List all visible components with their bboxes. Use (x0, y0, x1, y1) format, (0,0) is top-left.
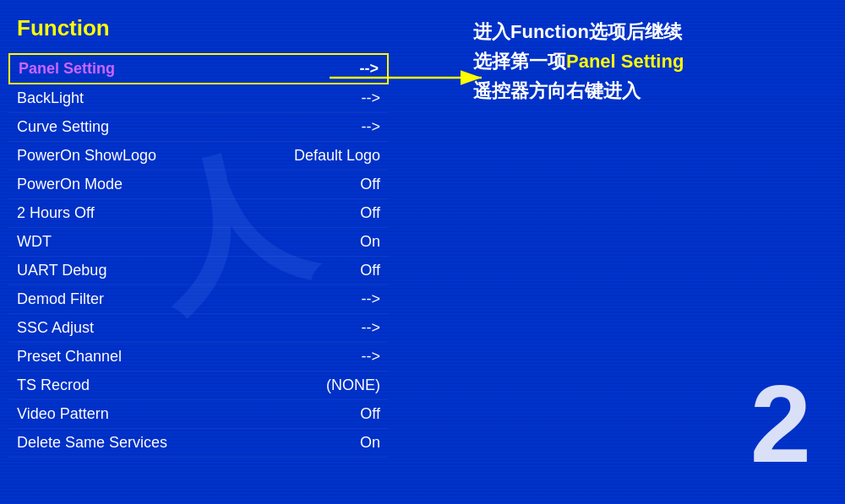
menu-item[interactable]: UART DebugOff (8, 257, 389, 285)
menu-item-value: --> (362, 118, 381, 136)
menu-item[interactable]: PowerOn ModeOff (8, 171, 389, 199)
menu-item[interactable]: Demod Filter--> (8, 285, 389, 314)
menu-item-label: Demod Filter (17, 290, 345, 308)
menu-item[interactable]: 2 Hours OffOff (8, 199, 389, 228)
menu-item[interactable]: TS Recrod(NONE) (8, 371, 389, 400)
annotation-line2-highlight: Panel Setting (566, 51, 684, 72)
menu-item[interactable]: PowerOn ShowLogoDefault Logo (8, 142, 389, 171)
menu-item-value: On (360, 434, 380, 452)
menu-item-value: Off (360, 262, 380, 279)
annotation-text: 进入Function选项后继续 选择第一项Panel Setting 遥控器方向… (473, 17, 828, 106)
menu-item[interactable]: WDTOn (8, 228, 389, 257)
selected-item-label: Panel Setting (19, 60, 343, 78)
menu-item-value: On (360, 233, 380, 251)
menu-item-label: TS Recrod (17, 377, 309, 394)
menu-item-label: 2 Hours Off (17, 204, 343, 222)
menu-title: Function (8, 8, 389, 48)
menu-item-label: BackLight (17, 89, 345, 107)
menu-item-value: --> (362, 319, 381, 337)
menu-item-label: PowerOn ShowLogo (17, 147, 277, 165)
menu-items-container: BackLight-->Curve Setting-->PowerOn Show… (8, 84, 389, 458)
menu-item-value: (NONE) (326, 377, 380, 394)
menu-item-value: --> (362, 290, 381, 308)
menu-item-value: Default Logo (294, 147, 380, 165)
menu-item-value: Off (360, 204, 380, 222)
arrow-annotation (330, 52, 499, 103)
menu-item[interactable]: Preset Channel--> (8, 343, 389, 371)
menu-item[interactable]: Curve Setting--> (8, 113, 389, 142)
menu-item-label: Preset Channel (17, 348, 345, 366)
menu-item[interactable]: Video PatternOff (8, 400, 389, 429)
menu-item-value: Off (360, 176, 380, 193)
menu-item-value: --> (362, 348, 381, 366)
menu-item-label: SSC Adjust (17, 319, 345, 337)
annotation-area: 进入Function选项后继续 选择第一项Panel Setting 遥控器方向… (473, 17, 828, 106)
menu-item[interactable]: Delete Same ServicesOn (8, 429, 389, 458)
menu-item-label: Delete Same Services (17, 434, 343, 452)
menu-item-label: Video Pattern (17, 405, 343, 423)
menu-item-label: UART Debug (17, 262, 343, 279)
menu-item-label: Curve Setting (17, 118, 345, 136)
menu-item[interactable]: SSC Adjust--> (8, 314, 389, 343)
menu-item-value: Off (360, 405, 380, 423)
menu-item-label: WDT (17, 233, 343, 251)
menu-item-label: PowerOn Mode (17, 176, 343, 193)
big-number: 2 (750, 360, 811, 487)
annotation-line1: 进入Function选项后继续 (473, 21, 682, 42)
